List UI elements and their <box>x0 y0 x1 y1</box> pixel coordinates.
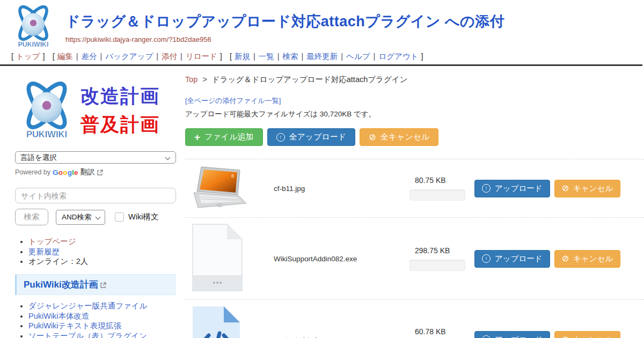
nav-attach-link[interactable]: 添付 <box>162 52 177 61</box>
bracket: [ <box>53 52 55 61</box>
list-item: ダジャレンジャー版共通ファイル <box>28 302 176 311</box>
bulk-action-buttons: + ファイル追加 ↑ 全アップロード ⊘ 全キャンセル <box>185 128 644 146</box>
logo-title-red: 普及計画 <box>80 111 160 139</box>
upload-button[interactable]: ↑ アップロード <box>474 180 550 197</box>
google-logo-text: Google <box>53 168 78 177</box>
file-size-cell: 60.78 KB <box>409 327 465 338</box>
online-users-count: オンライン：2人 <box>28 257 88 266</box>
nav-list-link[interactable]: 一覧 <box>259 52 274 61</box>
sidebar-item-text-extension[interactable]: PukiWikiテキスト表現拡張 <box>28 321 121 330</box>
upload-label: アップロード <box>495 254 543 264</box>
sidebar-item-sort-table-plugin[interactable]: ソートテーブル（表）プラグイン <box>28 332 147 338</box>
logo-title-blue: 改造計画 <box>80 82 160 111</box>
nav-backup-link[interactable]: バックアップ <box>105 52 153 61</box>
page-url[interactable]: https://pukiwiki.dajya-ranger.com/?1bd2d… <box>65 35 504 43</box>
sidebar: PUKIWIKI 改造計画 普及計画 言語を選択 Powered by Goog… <box>0 66 185 338</box>
search-controls: 検索 AND検索 Wiki構文 <box>15 209 176 225</box>
nav-help-link[interactable]: ヘルプ <box>346 52 370 61</box>
file-thumbnail-cell <box>191 305 274 338</box>
external-link-icon <box>100 282 106 288</box>
ban-icon: ⊘ <box>369 133 376 142</box>
search-mode-value: AND検索 <box>62 213 92 221</box>
separator: | <box>302 52 304 61</box>
sidebar-section-heading: PukiWiki改造計画 <box>15 274 176 295</box>
file-name: contents.html <box>274 336 409 338</box>
upload-progress-bar <box>409 260 465 271</box>
upload-progress-bar <box>409 189 465 201</box>
generic-file-icon <box>191 223 244 292</box>
nav-recent-link[interactable]: 最終更新 <box>306 52 338 61</box>
list-item: PukiWikiテキスト表現拡張 <box>28 321 176 331</box>
row-action-buttons: ↑ アップロード ⊘ キャンセル <box>474 250 620 268</box>
sidebar-logo[interactable]: PUKIWIKI 改造計画 普及計画 <box>15 77 176 144</box>
cancel-button[interactable]: ⊘ キャンセル <box>554 331 621 338</box>
bracket: ] <box>43 52 45 61</box>
translate-link[interactable]: 翻訳 <box>80 167 95 177</box>
nav-new-link[interactable]: 新規 <box>235 52 250 61</box>
logo-brand-text: PUKIWIKI <box>26 129 67 138</box>
separator: | <box>253 52 255 61</box>
external-link-icon <box>97 170 103 175</box>
main-content: Top>ドラッグ＆ドロップアップロード対応attachプラグイン [全ページの添… <box>185 66 644 338</box>
sidebar-item-recent-changes[interactable]: 更新履歴 <box>28 247 60 256</box>
upload-all-button[interactable]: ↑ 全アップロード <box>267 128 356 146</box>
nav-diff-link[interactable]: 差分 <box>81 52 97 61</box>
wiki-syntax-checkbox[interactable] <box>115 212 124 222</box>
pukiwiki-atom-logo-icon[interactable]: PUKIWIKI <box>10 3 57 50</box>
upload-file-list: 8 cf-b11.jpg 80.75 KB ↑ <box>185 159 644 338</box>
separator: | <box>100 52 102 61</box>
row-action-buttons: ↑ アップロード ⊘ キャンセル <box>474 180 620 197</box>
list-item: PukiWiki本体改造 <box>28 312 176 321</box>
sidebar-item-top-page[interactable]: トップページ <box>28 237 76 246</box>
nav-logout-link[interactable]: ログアウト <box>378 52 418 61</box>
cancel-button[interactable]: ⊘ キャンセル <box>554 250 621 268</box>
row-action-buttons: ↑ アップロード ⊘ キャンセル <box>474 331 620 338</box>
html-file-icon <box>191 305 242 338</box>
upload-label: アップロード <box>495 335 543 338</box>
nav-top-link[interactable]: トップ <box>16 52 40 61</box>
sidebar-item-core-mods[interactable]: PukiWiki本体改造 <box>28 312 90 320</box>
add-files-button[interactable]: + ファイル追加 <box>185 128 263 146</box>
breadcrumb: Top>ドラッグ＆ドロップアップロード対応attachプラグイン <box>185 75 644 85</box>
upload-button[interactable]: ↑ アップロード <box>474 331 550 338</box>
google-translate-attribution: Powered by Google 翻訳 <box>15 167 176 177</box>
powered-by-label: Powered by <box>15 168 50 176</box>
upload-circle-icon: ↑ <box>482 335 491 338</box>
attach-list-line: [全ページの添付ファイル一覧] <box>185 96 644 106</box>
site-search-input[interactable] <box>15 188 176 203</box>
ban-icon: ⊘ <box>562 254 569 263</box>
file-thumbnail-cell: 8 <box>191 165 274 212</box>
logo-brand-text: PUKIWIKI <box>18 41 49 48</box>
cancel-all-label: 全キャンセル <box>380 132 430 142</box>
nav-search-link[interactable]: 検索 <box>283 52 298 61</box>
search-button[interactable]: 検索 <box>15 209 48 225</box>
chevron-down-icon <box>96 214 101 219</box>
upload-circle-icon: ↑ <box>276 133 285 142</box>
svg-text:8: 8 <box>231 173 234 179</box>
add-files-label: ファイル追加 <box>204 132 253 142</box>
list-item: オンライン：2人 <box>28 257 176 267</box>
upload-circle-icon: ↑ <box>482 254 491 263</box>
upload-button[interactable]: ↑ アップロード <box>474 250 550 268</box>
page-header: PUKIWIKI ドラッグ＆ドロップアップロード対応attachプラグイン への… <box>0 0 644 50</box>
search-mode-select[interactable]: AND検索 <box>56 210 105 225</box>
language-select-value: 言語を選択 <box>20 153 57 161</box>
cancel-label: キャンセル <box>573 254 613 264</box>
sidebar-logo-text: 改造計画 普及計画 <box>80 82 160 138</box>
nav-reload-link[interactable]: リロード <box>186 52 217 61</box>
pukiwiki-kaizou-keikaku-link[interactable]: PukiWiki改造計画 <box>24 280 98 290</box>
chevron-down-icon <box>165 155 171 160</box>
nav-edit-link[interactable]: 編集 <box>57 52 73 61</box>
file-size-cell: 80.75 KB <box>409 176 465 201</box>
pukiwiki-atom-logo-icon: PUKIWIKI <box>15 79 78 142</box>
cancel-all-button[interactable]: ⊘ 全キャンセル <box>360 128 438 146</box>
bracket: ] <box>220 52 222 61</box>
ban-icon: ⊘ <box>562 184 569 193</box>
breadcrumb-home-link[interactable]: Top <box>185 75 197 84</box>
breadcrumb-current-page: ドラッグ＆ドロップアップロード対応attachプラグイン <box>212 75 408 84</box>
cancel-button[interactable]: ⊘ キャンセル <box>554 180 621 197</box>
all-pages-attachments-link[interactable]: [全ページの添付ファイル一覧] <box>185 97 281 105</box>
language-select[interactable]: 言語を選択 <box>15 151 176 164</box>
top-navbar: [トップ] [編集|差分|バックアップ|添付|リロード] [新規|一覧|検索|最… <box>0 50 644 62</box>
sidebar-item-common-files[interactable]: ダジャレンジャー版共通ファイル <box>28 302 147 310</box>
